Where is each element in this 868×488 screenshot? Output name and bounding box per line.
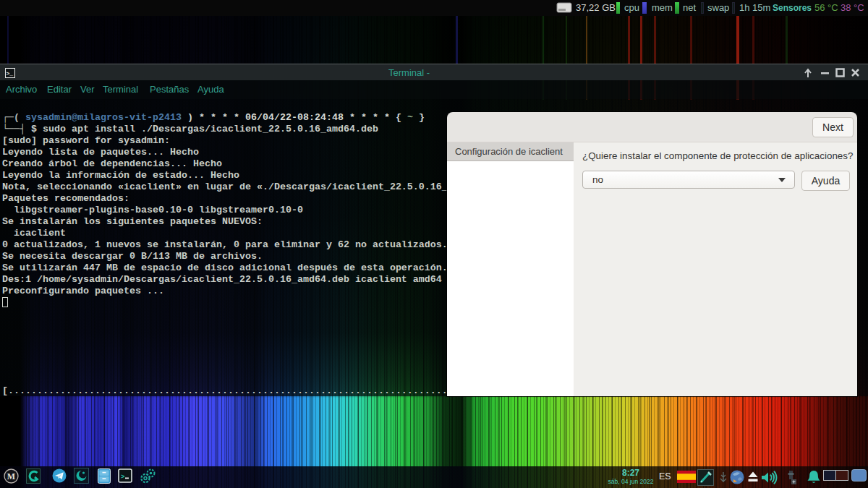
svg-text:>_: >_ bbox=[7, 70, 14, 77]
svg-text:M: M bbox=[7, 471, 15, 481]
svg-text:>: > bbox=[121, 474, 124, 481]
